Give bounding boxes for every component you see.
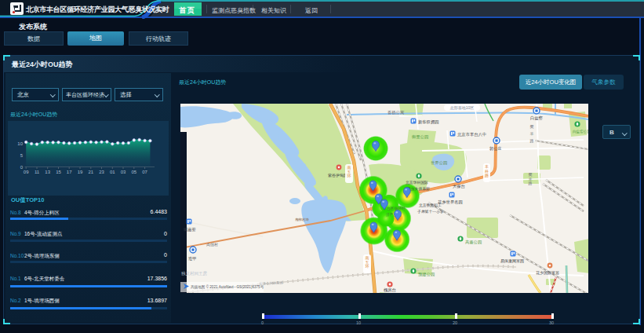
svg-text:总部基地10区: 总部基地10区 [450,105,475,111]
svg-text:易保康网家园: 易保康网家园 [500,258,524,264]
svg-text:大葆台: 大葆台 [453,184,465,189]
svg-text:23: 23 [99,170,104,174]
svg-text:高鑫公园: 高鑫公园 [465,240,482,245]
svg-text:19: 19 [78,170,83,174]
svg-text:北京华科国际: 北京华科国际 [406,180,428,185]
svg-text:郭公庄: 郭公庄 [489,146,502,152]
svg-text:高佃村: 高佃村 [206,242,218,247]
svg-text:07: 07 [142,170,147,174]
svg-text:09: 09 [24,170,29,174]
svg-text:环: 环 [347,174,351,178]
svg-text:环: 环 [366,264,369,269]
svg-text:21: 21 [88,170,93,174]
svg-text:0: 0 [20,165,24,170]
svg-text:北京市丰台八中: 北京市丰台八中 [457,132,486,137]
svg-text:城嘉荟: 城嘉荟 [183,227,197,232]
svg-text:03: 03 [121,170,126,174]
svg-text:01: 01 [110,170,115,174]
svg-text:05: 05 [131,170,136,174]
svg-text:子弟第十一小学: 子弟第十一小学 [417,209,444,214]
svg-text:羊: 羊 [530,131,534,136]
svg-text:花乡世界名园: 花乡世界名园 [438,199,463,205]
svg-text:独义村回王房: 独义村回王房 [181,271,208,276]
svg-text:13: 13 [45,170,50,174]
svg-text:10: 10 [17,141,23,146]
svg-text:高德地图 © 2021 AutoNavi - GS(2021: 高德地图 © 2021 AutoNavi - GS(2021)6375号 [191,284,264,290]
svg-text:香杨公寓: 香杨公寓 [387,110,404,115]
svg-text:路: 路 [530,138,534,143]
svg-text:预建公园: 预建公园 [418,272,435,277]
svg-text:17: 17 [67,170,72,174]
svg-text:花乡国际家居: 花乡国际家居 [536,270,559,276]
svg-text:5: 5 [20,153,24,158]
svg-text:世界公园: 世界公园 [431,160,447,166]
svg-text:路: 路 [529,181,533,185]
svg-text:樊: 樊 [530,124,534,129]
svg-text:白盆窑: 白盆窑 [530,115,544,120]
svg-text:11: 11 [35,170,40,174]
svg-text:造甲: 造甲 [188,256,197,261]
svg-text:路: 路 [485,173,489,177]
svg-text:御景公园: 御景公园 [411,134,428,140]
svg-text:紫谷伊甸园: 紫谷伊甸园 [328,173,347,178]
svg-text:槐房台: 槐房台 [384,287,396,293]
svg-text:15: 15 [56,170,61,174]
svg-text:新华双拥园: 新华双拥园 [418,119,438,125]
